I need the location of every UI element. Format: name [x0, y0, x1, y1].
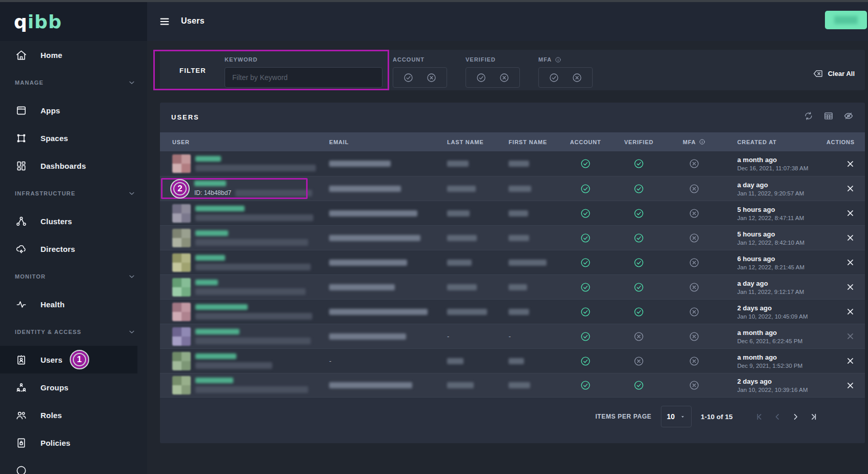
circle-icon [15, 465, 27, 474]
table-row[interactable]: 6 hours agoJan 12, 2022, 8:21:45 AM [160, 250, 865, 274]
user-cell [160, 201, 329, 225]
info-icon [555, 56, 561, 63]
verified-status-cell [611, 151, 667, 176]
sidebar-item-policies[interactable]: Policies [0, 429, 147, 457]
delete-user-button[interactable] [846, 332, 855, 341]
account-status-cell [560, 151, 611, 176]
table-row[interactable]: 5 hours agoJan 12, 2022, 8:42:10 AM [160, 225, 865, 250]
redacted-text [447, 186, 476, 192]
redacted-text [195, 386, 308, 393]
sidebar-item-label: Directors [41, 245, 75, 253]
keyword-input[interactable] [225, 67, 382, 88]
sidebar-item-directors[interactable]: Directors [0, 235, 147, 263]
first-page-icon[interactable] [755, 412, 764, 421]
items-per-page-select[interactable]: 10 [661, 406, 692, 427]
main-content: FILTER KEYWORD ACCOUNTVERIFIEDMFA Clear … [147, 41, 868, 474]
created-absolute: Jan 12, 2022, 8:47:11 AM [737, 215, 804, 221]
redacted-text [195, 313, 312, 320]
backspace-icon [813, 68, 823, 79]
sidebar-item-users[interactable]: Users1 [0, 346, 137, 373]
table-row[interactable]: --a month agoDec 6, 2021, 6:22:45 PM [160, 324, 865, 348]
created-absolute: Jan 10, 2022, 10:45:09 AM [737, 313, 808, 320]
toggle-box [393, 67, 447, 88]
cross-toggle[interactable] [572, 72, 582, 83]
cross-toggle[interactable] [499, 72, 510, 83]
sidebar-section-monitor[interactable]: MONITOR [0, 263, 147, 290]
mfa-status-cell [667, 373, 722, 397]
delete-user-button[interactable] [846, 160, 855, 168]
created-relative: a month ago [737, 353, 777, 361]
column-header-last-name: LAST NAME [447, 132, 509, 151]
redacted-text [329, 309, 428, 315]
user-id: ID: 14b48bd7 [194, 189, 231, 196]
delete-user-button[interactable] [846, 381, 855, 390]
next-page-icon[interactable] [791, 412, 800, 421]
last-name-cell [447, 250, 509, 274]
redacted-text [509, 260, 547, 266]
table-row[interactable]: 2 days agoJan 10, 2022, 10:45:09 AM [160, 299, 865, 324]
sidebar-item-spaces[interactable]: Spaces [0, 124, 147, 152]
table-row[interactable]: -a month agoDec 9, 2021, 1:52:30 PM [160, 348, 865, 373]
table-row[interactable]: 5 hours agoJan 12, 2022, 8:47:11 AM [160, 201, 865, 225]
sidebar-section-infrastructure[interactable]: INFRASTRUCTURE [0, 180, 147, 207]
actions-cell [821, 324, 865, 348]
sidebar-item-home[interactable]: Home [0, 41, 147, 69]
sidebar-section-identity-access[interactable]: IDENTITY & ACCESS [0, 318, 147, 346]
delete-user-button[interactable] [846, 307, 855, 316]
refresh-icon[interactable] [803, 111, 814, 121]
table-row[interactable]: 2 days agoJan 10, 2022, 10:39:16 AM [160, 373, 865, 398]
sidebar-item-clusters[interactable]: Clusters [0, 207, 147, 235]
delete-user-button[interactable] [846, 233, 855, 242]
table-row[interactable]: 2ID: 14b48bd7a day agoJan 11, 2022, 9:20… [160, 176, 865, 201]
sidebar-item-partial[interactable] [0, 457, 147, 474]
email-cell [329, 226, 447, 250]
first-name-cell [509, 373, 560, 397]
caret-down-icon [680, 414, 685, 420]
last-name-cell [447, 275, 509, 299]
account-button[interactable] [825, 11, 867, 29]
user-cell: 2ID: 14b48bd7 [160, 176, 329, 201]
table-row[interactable]: a day agoJan 11, 2022, 9:12:17 AM [160, 274, 865, 299]
check-circle-icon [633, 158, 644, 169]
sidebar-item-label: Health [41, 300, 65, 309]
last-page-icon[interactable] [809, 412, 818, 421]
redacted-text [509, 284, 527, 290]
check-toggle[interactable] [476, 72, 487, 83]
redacted-text [329, 260, 407, 266]
logo-area: qibb [0, 2, 147, 41]
menu-icon[interactable] [159, 17, 170, 26]
eye-off-icon[interactable] [843, 111, 854, 121]
email-cell [329, 151, 447, 176]
first-name-cell [509, 201, 560, 225]
mfa-status-cell [667, 250, 722, 274]
check-circle-icon [633, 183, 644, 194]
sidebar-item-label: Home [41, 51, 62, 60]
check-circle-icon [580, 282, 591, 293]
check-circle-icon [633, 380, 644, 391]
sidebar-section-manage[interactable]: MANAGE [0, 69, 147, 96]
sidebar-item-health[interactable]: Health [0, 290, 147, 318]
redacted-username [195, 206, 245, 211]
redacted-text [509, 235, 529, 241]
cross-toggle[interactable] [426, 72, 437, 83]
table-icon[interactable] [823, 111, 834, 121]
delete-user-button[interactable] [846, 209, 855, 218]
last-name-cell [447, 201, 509, 225]
sidebar-item-roles[interactable]: Roles [0, 401, 147, 429]
table-row[interactable]: a month agoDec 16, 2021, 11:07:38 AM [160, 151, 865, 176]
delete-user-button[interactable] [846, 357, 855, 365]
clear-all-button[interactable]: Clear All [813, 68, 855, 79]
redacted-username [195, 255, 225, 261]
sidebar-item-apps[interactable]: Apps [0, 96, 147, 124]
prev-page-icon[interactable] [773, 412, 782, 421]
x-circle-icon [689, 183, 700, 194]
sidebar-item-groups[interactable]: Groups [0, 373, 147, 401]
delete-user-button[interactable] [846, 283, 855, 291]
delete-user-button[interactable] [846, 184, 855, 193]
check-toggle[interactable] [403, 72, 414, 83]
qibb-logo[interactable]: qibb [14, 11, 62, 32]
last-name-cell [447, 176, 509, 201]
delete-user-button[interactable] [846, 258, 855, 267]
sidebar-item-dashboards[interactable]: Dashboards [0, 152, 147, 180]
check-toggle[interactable] [549, 72, 559, 83]
